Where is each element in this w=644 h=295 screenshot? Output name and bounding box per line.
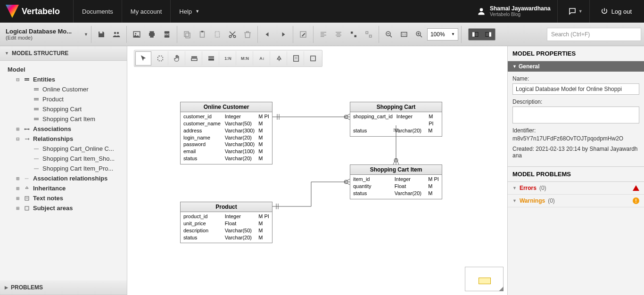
ungroup-button[interactable]	[362, 27, 376, 41]
minimap-resize-icon[interactable]	[499, 287, 504, 291]
errors-row[interactable]: ▼ Errors (0)	[508, 182, 644, 195]
col-flags: M	[258, 120, 269, 127]
name-input[interactable]: Logical Database Model for Online Shoppi	[512, 83, 639, 95]
model-structure-header[interactable]: ▼MODEL STRUCTURE	[0, 46, 127, 61]
svg-rect-10	[201, 31, 204, 32]
tree-rel-cart-customer[interactable]: Shopping Cart_Online C...	[3, 144, 124, 154]
nav-help[interactable]: Help ▼	[170, 0, 208, 23]
svg-rect-41	[157, 56, 163, 61]
warning-circle-icon: !	[633, 197, 639, 204]
svg-line-63	[344, 179, 350, 182]
entity-product[interactable]: Product product_idIntegerM PIunit_priceF…	[180, 202, 272, 243]
delete-button[interactable]	[240, 27, 255, 41]
entity-online-customer[interactable]: Online Customer customer_idIntegerM PIcu…	[180, 102, 272, 164]
model-title-dropdown[interactable]: Logical Database Mo... (Edit mode)	[3, 26, 83, 42]
tree-root-model[interactable]: Model	[3, 65, 124, 74]
user-block[interactable]: Shamal Jayawardhana Vertabelo Blog	[470, 0, 558, 23]
col-name: password	[183, 141, 221, 148]
undo-button[interactable]	[261, 27, 275, 41]
tree-entities[interactable]: ⊟Entities	[3, 74, 124, 84]
tree-inheritance[interactable]: ⊞Inheritance	[3, 183, 124, 193]
area-tool[interactable]	[305, 51, 321, 66]
share-button[interactable]	[109, 27, 124, 41]
edit-button[interactable]	[296, 27, 310, 41]
tree-text-notes[interactable]: ⊞Text notes	[3, 193, 124, 203]
tree-relationships[interactable]: ⊟Relationships	[3, 134, 124, 144]
save-button[interactable]	[94, 27, 108, 41]
tree-subject-areas[interactable]: ⊞Subject areas	[3, 203, 124, 213]
panel-view-toggle	[468, 28, 495, 41]
association-tool[interactable]	[203, 51, 219, 66]
note-icon	[24, 196, 30, 201]
note-tool[interactable]	[288, 51, 304, 66]
tree-entity-shopping-cart-item[interactable]: Shopping Cart Item	[3, 114, 124, 124]
logout-button[interactable]: Log out	[594, 0, 638, 23]
distribute-button[interactable]	[347, 27, 361, 41]
zoom-out-button[interactable]	[382, 27, 396, 41]
entity-body: item_idIntegerM PIquantityFloatMstatusVa…	[350, 175, 442, 199]
entity-title: Online Customer	[181, 102, 272, 112]
identifier-label: Identifier:	[512, 127, 639, 134]
tree-entity-online-customer[interactable]: Online Customer	[3, 84, 124, 94]
inherit-tool[interactable]	[271, 51, 287, 66]
right-panel-toggle[interactable]	[482, 29, 495, 40]
tree-associations[interactable]: ⊞Associations	[3, 124, 124, 134]
m-n-tool[interactable]: M:N	[237, 51, 253, 66]
align-center-button[interactable]	[331, 27, 346, 41]
entity-icon	[33, 116, 40, 122]
tree-rel-item-cart[interactable]: Shopping Cart Item_Sho...	[3, 154, 124, 164]
arrow-right-icon	[279, 30, 287, 39]
zoom-in-button[interactable]	[412, 27, 426, 41]
pan-tool[interactable]	[169, 51, 185, 66]
tree-association-relationships[interactable]: ⊞Association relationships	[3, 173, 124, 183]
tree-rel-item-product[interactable]: Shopping Cart Item_Pro...	[3, 164, 124, 173]
svg-rect-11	[215, 32, 219, 37]
entity-column-row: statusVarchar(20)M	[353, 190, 439, 197]
print-button[interactable]	[145, 27, 159, 41]
col-flags: M	[258, 234, 269, 241]
general-section-header[interactable]: ▼General	[508, 61, 644, 72]
entity-shopping-cart-item[interactable]: Shopping Cart Item item_idIntegerM PIqua…	[350, 164, 442, 199]
col-flags: M	[428, 183, 439, 190]
zoom-select[interactable]: 100%▼	[427, 28, 458, 41]
entity-column-row: quantityFloatM	[353, 183, 439, 190]
image-export-button[interactable]	[130, 27, 144, 41]
svg-rect-27	[25, 78, 29, 79]
search-input[interactable]: Search (Ctrl+F)	[547, 28, 641, 41]
left-panel-toggle[interactable]	[469, 29, 482, 40]
doc-export-button[interactable]: DOC	[160, 27, 174, 41]
one-n-label: 1:N	[224, 56, 231, 61]
entity-shopping-cart[interactable]: Shopping Cart shopping_cart_idIntegerM P…	[350, 102, 442, 137]
separator	[91, 26, 91, 43]
one-n-tool[interactable]: 1:N	[220, 51, 236, 66]
nav-my-account[interactable]: My account	[122, 0, 170, 23]
align-left-button[interactable]	[316, 27, 330, 41]
tree-entity-product[interactable]: Product	[3, 94, 124, 104]
paste-special-button[interactable]	[210, 27, 224, 41]
description-input[interactable]	[512, 107, 639, 123]
chat-button[interactable]: ▼	[561, 0, 590, 23]
warnings-row[interactable]: ▼ Warnings (0) !	[508, 195, 644, 207]
entity-column-row: customer_nameVarchar(50)M	[183, 120, 269, 127]
label-tool[interactable]: A↕	[254, 51, 270, 66]
problems-panel-header[interactable]: ▶PROBLEMS	[0, 280, 127, 295]
nav-documents[interactable]: Documents	[73, 0, 122, 23]
redo-button[interactable]	[276, 27, 290, 41]
logo[interactable]: Vertabelo	[6, 5, 60, 18]
copy-button[interactable]	[180, 27, 194, 41]
marquee-tool[interactable]	[152, 51, 168, 66]
zoom-fit-icon: 1:1	[400, 30, 408, 39]
minimap[interactable]	[465, 267, 504, 291]
col-flags: M PI	[258, 213, 269, 220]
svg-point-1	[114, 32, 116, 34]
tree-entity-shopping-cart[interactable]: Shopping Cart	[3, 104, 124, 114]
select-tool[interactable]	[135, 51, 151, 66]
canvas[interactable]: 1:N M:N A↕ Online Customer customer_idIn…	[127, 46, 507, 295]
entity-column-row: descriptionVarchar(50)M	[183, 227, 269, 234]
cut-button[interactable]	[225, 27, 239, 41]
entity-tool[interactable]	[186, 51, 202, 66]
paste-button[interactable]	[195, 27, 209, 41]
col-flags: M	[258, 220, 269, 227]
zoom-fit-button[interactable]: 1:1	[397, 27, 411, 41]
warnings-label: Warnings	[520, 197, 545, 204]
